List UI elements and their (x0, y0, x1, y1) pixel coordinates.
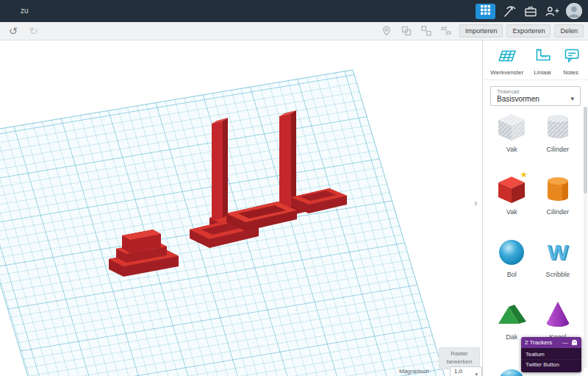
shapes-panel: Werkvenster Liniaal (482, 40, 588, 376)
minimize-icon[interactable]: — (562, 339, 568, 346)
tool-label: Notes (563, 69, 578, 76)
tracker-item[interactable]: Twitter Button (521, 360, 581, 369)
shape-label: Cilinder (546, 208, 569, 216)
category-brand: Tinkercad (497, 89, 574, 94)
category-selected: Basisvormen (497, 95, 574, 103)
favorite-star-icon: ★ (520, 170, 528, 180)
wedge-green-icon (495, 297, 528, 331)
snap-grid-select[interactable]: 1,0 mm ▾ (450, 366, 482, 376)
panel-scrollbar-thumb[interactable] (584, 107, 587, 194)
top-header: zu (0, 0, 588, 22)
add-user-icon[interactable] (545, 4, 559, 18)
ungroup-icon[interactable] (420, 25, 432, 37)
share-button[interactable]: Delen (554, 24, 584, 38)
model-chair-frame[interactable] (190, 110, 347, 248)
avatar[interactable] (566, 3, 582, 19)
shape-cilinder-gray[interactable]: Cilinder (535, 105, 581, 168)
ghost-icon (571, 339, 578, 346)
snap-grid-label: Magnetisch Raster (399, 368, 445, 376)
redo-icon[interactable]: ↻ (28, 24, 40, 38)
design-name: zu (21, 7, 29, 15)
apps-grid-button[interactable] (476, 4, 495, 19)
header-actions (476, 0, 582, 22)
edit-grid-line2: bewerken (440, 358, 479, 366)
panel-tools-row: Werkvenster Liniaal (483, 40, 588, 80)
collapse-panel-icon[interactable]: › (474, 197, 477, 208)
tinkercad-app: zu (0, 0, 588, 376)
shape-grid: Vak Cilinder ★ (483, 105, 584, 376)
group-icon[interactable] (401, 25, 412, 37)
cone-purple-icon (542, 297, 574, 331)
chevron-down-icon: ▾ (475, 372, 478, 376)
tracker-title: 2 Trackers (525, 339, 559, 346)
shape-bol[interactable]: Bol (489, 230, 535, 293)
model-step-pyramid[interactable] (109, 230, 179, 277)
edit-tool-icons (381, 25, 472, 37)
cylinder-gray-icon (542, 110, 574, 143)
io-buttons: Importeren Exporteren Delen (459, 24, 584, 38)
svg-text:W: W (548, 240, 569, 264)
shape-category-dropdown[interactable]: Tinkercad Basisvormen ▾ (490, 86, 581, 106)
notes-icon (562, 46, 581, 68)
shape-vak-gray[interactable]: Vak (489, 105, 535, 168)
shape-label: Cilinder (546, 146, 569, 153)
panel-scrollbar[interactable] (584, 107, 587, 368)
workplane-icon (498, 46, 517, 68)
sidebar-tool-liniaal[interactable]: Liniaal (533, 46, 552, 76)
toolbar: ↺ ↻ (0, 22, 588, 40)
snap-grid-bar: Magnetisch Raster 1,0 mm ▾ (399, 366, 482, 376)
undo-redo-group: ↺ ↻ (7, 24, 39, 38)
viewport-3d[interactable]: Raster bewerken Magnetisch Raster 1,0 mm… (0, 40, 482, 376)
tracker-header: 2 Trackers — (521, 337, 581, 348)
shape-vak-red[interactable]: ★ Vak (489, 168, 535, 230)
tracker-list: Tealium Twitter Button (521, 348, 581, 372)
align-icon[interactable] (440, 25, 452, 37)
pickaxe-icon[interactable] (502, 4, 517, 18)
cube-gray-icon (495, 110, 528, 143)
ruler-icon (533, 46, 552, 68)
edit-grid-line1: Raster (440, 350, 479, 358)
tool-label: Werkvenster (490, 69, 523, 76)
chevron-down-icon: ▾ (570, 95, 574, 102)
export-button[interactable]: Exporteren (506, 24, 551, 38)
shape-label: Vak (506, 208, 517, 216)
pin-icon[interactable] (381, 25, 392, 37)
model-shapes (0, 40, 482, 376)
shape-label: Scribble (545, 271, 570, 278)
tracker-item[interactable]: Tealium (521, 350, 581, 360)
sidebar-tool-notes[interactable]: Notes (562, 46, 581, 76)
briefcase-icon[interactable] (523, 4, 538, 18)
shape-scribble[interactable]: W W Scribble (535, 230, 581, 293)
scribble-icon: W W (542, 235, 574, 269)
cylinder-orange-icon (542, 172, 574, 206)
sidebar-tool-werkvenster[interactable]: Werkvenster (490, 46, 523, 76)
import-button[interactable]: Importeren (459, 24, 503, 38)
shape-label: Bol (507, 271, 517, 278)
tool-label: Liniaal (534, 69, 551, 76)
undo-icon[interactable]: ↺ (7, 24, 19, 38)
shape-label: Vak (506, 146, 517, 153)
snap-grid-value: 1,0 mm (454, 368, 473, 376)
shape-label: Dak (506, 333, 517, 341)
tracker-overlay: 2 Trackers — Tealium Twitter Button (521, 337, 581, 372)
apps-grid-icon (480, 4, 491, 18)
shape-cilinder-orange[interactable]: Cilinder (535, 168, 581, 230)
sphere-blue-icon (495, 235, 528, 269)
